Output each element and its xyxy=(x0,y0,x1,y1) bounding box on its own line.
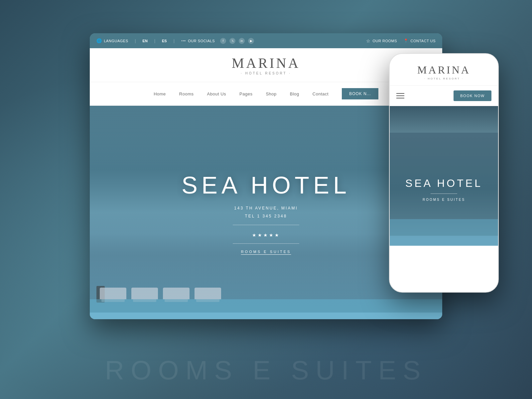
desktop-book-button[interactable]: BOOK N... xyxy=(342,88,378,99)
mobile-header: MARINA · HOTEL RESORT · xyxy=(390,54,498,86)
separator-1: | xyxy=(135,39,136,43)
location-icon xyxy=(404,39,409,43)
showcase-container: LANGUAGES | EN | ES | OUR SOCIALS f 𝕏 in… xyxy=(33,33,499,366)
contact-label: CONTACT US xyxy=(411,39,436,43)
socials-label: OUR SOCIALS xyxy=(188,39,215,43)
separator-2: | xyxy=(154,39,155,43)
blue-strip xyxy=(90,313,442,319)
languages-label: LANGUAGES xyxy=(104,39,128,43)
linkedin-icon[interactable]: in xyxy=(239,38,245,44)
our-rooms-link[interactable]: OUR ROOMS xyxy=(366,38,397,44)
youtube-icon[interactable]: ▶ xyxy=(248,38,254,44)
mobile-hero: SEA HOTEL ROOMS E SUITES xyxy=(390,133,498,246)
mobile-mockup: MARINA · HOTEL RESORT · BOOK NOW SEA HOT… xyxy=(389,53,499,293)
mobile-logo-main: MARINA xyxy=(396,64,491,76)
mobile-hero-divider xyxy=(431,194,457,194)
globe-icon xyxy=(96,38,102,43)
lang-es[interactable]: ES xyxy=(162,39,167,43)
hamburger-line-3 xyxy=(396,98,404,98)
nav-pages[interactable]: Pages xyxy=(239,91,252,96)
mobile-hero-cta[interactable]: ROOMS E SUITES xyxy=(423,198,465,201)
top-bar: LANGUAGES | EN | ES | OUR SOCIALS f 𝕏 in… xyxy=(90,33,442,48)
top-bar-left: LANGUAGES | EN | ES | OUR SOCIALS f 𝕏 in… xyxy=(96,38,254,44)
hero-address-line2: TEL 1 345 2348 xyxy=(234,212,298,220)
social-icons-group: f 𝕏 in ▶ xyxy=(220,38,254,44)
rooms-label: OUR ROOMS xyxy=(372,39,397,43)
mobile-hero-dark xyxy=(390,106,498,133)
mobile-water-2 xyxy=(390,236,498,246)
hamburger-line-2 xyxy=(396,95,404,96)
nav-rooms[interactable]: Rooms xyxy=(179,91,194,96)
lounge-chair-4 xyxy=(195,288,221,299)
hero-stars: ★★★★★ xyxy=(252,232,280,238)
mobile-nav: BOOK NOW xyxy=(390,86,498,106)
hamburger-menu[interactable] xyxy=(396,93,404,98)
contact-us-link[interactable]: CONTACT US xyxy=(404,39,436,43)
hero-address: 143 TH AVENUE, MIAMI TEL 1 345 2348 xyxy=(234,204,298,220)
twitter-icon[interactable]: 𝕏 xyxy=(229,38,235,44)
top-bar-right: OUR ROOMS CONTACT US xyxy=(366,38,436,44)
lang-en[interactable]: EN xyxy=(143,39,148,43)
languages-menu[interactable]: LANGUAGES xyxy=(96,38,128,43)
nav-about[interactable]: About Us xyxy=(207,91,226,96)
star-icon xyxy=(366,38,371,44)
nav-shop[interactable]: Shop xyxy=(266,91,276,96)
hero-divider-1 xyxy=(233,225,299,225)
hero-address-line1: 143 TH AVENUE, MIAMI xyxy=(234,204,298,212)
mobile-hero-title: SEA HOTEL xyxy=(405,177,482,190)
mobile-book-button[interactable]: BOOK NOW xyxy=(454,90,491,101)
lounge-chair-3 xyxy=(163,288,190,299)
hamburger-line-1 xyxy=(396,93,404,94)
separator-3: | xyxy=(174,39,175,43)
lounge-area xyxy=(90,288,442,299)
hero-divider-2 xyxy=(233,243,299,244)
nav-home[interactable]: Home xyxy=(154,91,166,96)
share-icon xyxy=(181,38,186,44)
desktop-hero-title: SEA HOTEL xyxy=(182,172,350,199)
mobile-logo-sub: · HOTEL RESORT · xyxy=(396,77,491,80)
socials-section: OUR SOCIALS xyxy=(181,38,215,44)
lounge-chair-2 xyxy=(131,288,158,299)
facebook-icon[interactable]: f xyxy=(220,38,226,44)
nav-blog[interactable]: Blog xyxy=(290,91,299,96)
lounge-chair-1 xyxy=(100,288,126,299)
nav-contact[interactable]: Contact xyxy=(313,91,329,96)
hero-cta[interactable]: ROOMS E SUITES xyxy=(241,250,291,254)
